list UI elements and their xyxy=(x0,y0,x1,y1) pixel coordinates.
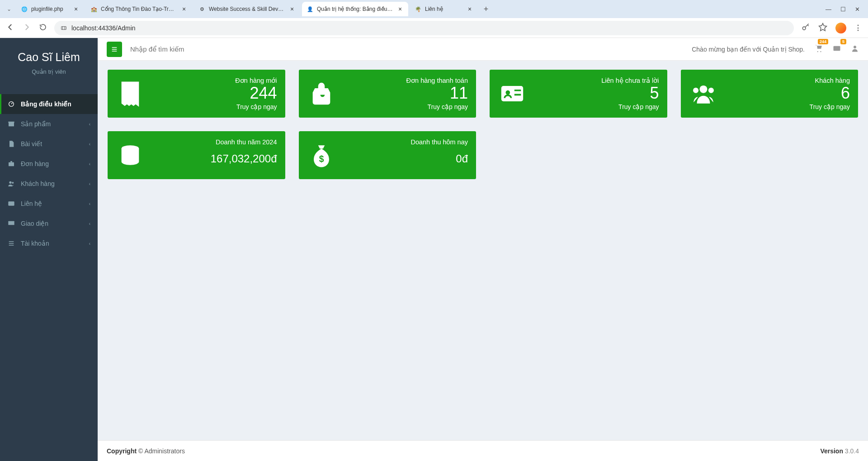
footer: Copyright © Administrators Version 3.0.4 xyxy=(98,440,868,461)
card-value: 244 xyxy=(151,85,277,101)
receipt-icon xyxy=(116,77,145,110)
svg-rect-8 xyxy=(8,201,14,205)
browser-tab[interactable]: 🏫 Cổng Thông Tin Đào Tạo-Trườ... × xyxy=(86,2,192,16)
tab-title: pluginfile.php xyxy=(31,6,69,12)
svg-point-14 xyxy=(699,86,707,93)
svg-rect-3 xyxy=(9,123,14,127)
sidebar-item-ui[interactable]: Giao diện ‹ xyxy=(0,214,98,233)
sidebar-item-customers[interactable]: Khách hàng ‹ xyxy=(0,174,98,194)
user-role: Quản trị viên xyxy=(5,68,93,75)
user-name: Cao Sĩ Liêm xyxy=(5,51,93,64)
chevron-left-icon: ‹ xyxy=(89,142,90,147)
sidebar-label: Liên hệ xyxy=(21,200,42,207)
svg-point-1 xyxy=(802,27,806,30)
contact-button[interactable]: 5 xyxy=(833,44,841,54)
browser-tab[interactable]: 🌴 Liên hệ × xyxy=(410,2,478,16)
sidebar-label: Đơn hàng xyxy=(21,160,49,167)
minimize-icon[interactable]: — xyxy=(826,6,831,13)
version-number: 3.0.4 xyxy=(843,447,859,455)
sidebar-label: Bảng điều khiển xyxy=(21,100,71,108)
card-title: Liên hệ chưa trả lời xyxy=(533,77,659,84)
forward-icon[interactable] xyxy=(23,23,31,33)
close-window-icon[interactable]: ✕ xyxy=(855,6,860,13)
back-icon[interactable] xyxy=(6,23,14,33)
star-icon[interactable] xyxy=(818,23,827,33)
briefcase-icon xyxy=(7,160,15,167)
sidebar-item-accounts[interactable]: Tài khoản ‹ xyxy=(0,233,98,253)
sidebar-item-contact[interactable]: Liên hệ ‹ xyxy=(0,194,98,214)
tab-close-icon[interactable]: × xyxy=(180,5,188,13)
version-label: Version xyxy=(820,447,843,455)
card-link[interactable]: Truy cập ngay xyxy=(342,103,468,110)
tab-title: Cổng Thông Tin Đào Tạo-Trườ... xyxy=(101,6,177,12)
copyright-label: Copyright xyxy=(107,447,137,455)
menu-toggle-button[interactable] xyxy=(107,42,122,57)
chevron-left-icon: ‹ xyxy=(89,122,90,127)
browser-tab[interactable]: ⚙ Website Success & Skill Develo... × xyxy=(194,2,300,16)
reload-icon[interactable] xyxy=(39,23,47,33)
tab-close-icon[interactable]: × xyxy=(288,5,296,13)
browser-tab-strip: ⌄ 🌐 pluginfile.php × 🏫 Cổng Thông Tin Đà… xyxy=(0,0,868,18)
svg-point-11 xyxy=(854,46,856,48)
copyright-owner: © Administrators xyxy=(137,447,185,455)
svg-rect-12 xyxy=(501,86,523,101)
chevron-left-icon: ‹ xyxy=(89,241,90,246)
card-value: 167,032,200đ xyxy=(151,153,277,164)
sidebar-label: Bài viết xyxy=(21,140,42,147)
svg-point-16 xyxy=(708,88,713,93)
tab-close-icon[interactable]: × xyxy=(466,5,473,13)
profile-avatar[interactable] xyxy=(835,23,846,33)
svg-point-6 xyxy=(9,181,11,184)
chevron-left-icon: ‹ xyxy=(89,201,90,206)
sidebar-label: Khách hàng xyxy=(21,180,55,187)
card-revenue-today[interactable]: $ Doanh thu hôm nay 0đ xyxy=(299,131,476,179)
sidebar-label: Sản phẩm xyxy=(21,120,51,128)
url-input[interactable]: localhost:44336/Admin xyxy=(54,21,794,35)
browser-tab-active[interactable]: 👤 Quản trị hệ thống: Bảng điều k... × xyxy=(302,2,408,16)
card-contacts[interactable]: Liên hệ chưa trả lời 5 Truy cập ngay xyxy=(490,70,667,118)
svg-point-15 xyxy=(693,88,698,93)
card-title: Doanh thu hôm nay xyxy=(342,138,468,146)
browser-tab[interactable]: 🌐 pluginfile.php × xyxy=(16,2,84,16)
card-link[interactable]: Truy cập ngay xyxy=(151,103,277,110)
tab-menu-button[interactable]: ⌄ xyxy=(4,4,14,14)
shop-icon xyxy=(307,77,336,110)
chevron-left-icon: ‹ xyxy=(89,221,90,226)
card-value: 5 xyxy=(533,85,659,101)
svg-rect-0 xyxy=(61,26,66,29)
sidebar-item-posts[interactable]: Bài viết ‹ xyxy=(0,134,98,154)
new-tab-button[interactable]: + xyxy=(480,3,492,15)
user-icon[interactable] xyxy=(851,44,859,54)
chevron-left-icon: ‹ xyxy=(89,181,90,186)
favicon-icon: 🏫 xyxy=(90,5,98,13)
list-icon xyxy=(7,240,15,247)
site-info-icon[interactable] xyxy=(61,25,67,31)
card-new-orders[interactable]: Đơn hàng mới 244 Truy cập ngay xyxy=(108,70,285,118)
tab-title: Website Success & Skill Develo... xyxy=(209,6,285,12)
sidebar-item-products[interactable]: Sản phẩm ‹ xyxy=(0,114,98,134)
cart-button[interactable]: 244 xyxy=(815,44,823,54)
card-value: 6 xyxy=(724,85,850,101)
file-icon xyxy=(7,140,15,147)
sidebar-item-dashboard[interactable]: Bảng điều khiển xyxy=(0,94,98,114)
favicon-icon: 👤 xyxy=(307,5,314,13)
dashboard-icon xyxy=(7,100,15,108)
url-text: localhost:44336/Admin xyxy=(71,24,136,32)
key-icon[interactable] xyxy=(801,23,810,33)
maximize-icon[interactable]: ☐ xyxy=(840,6,846,13)
card-revenue-year[interactable]: Doanh thu năm 2024 167,032,200đ xyxy=(108,131,285,179)
sidebar-item-orders[interactable]: Đơn hàng ‹ xyxy=(0,154,98,174)
card-link[interactable]: Truy cập ngay xyxy=(724,103,850,110)
svg-text:$: $ xyxy=(319,154,324,164)
cart-badge: 244 xyxy=(818,39,828,44)
svg-point-7 xyxy=(12,182,14,184)
card-paid-orders[interactable]: Đơn hàng thanh toán 11 Truy cập ngay xyxy=(299,70,476,118)
tab-close-icon[interactable]: × xyxy=(72,5,80,13)
card-link[interactable]: Truy cập ngay xyxy=(533,103,659,110)
tab-close-icon[interactable]: × xyxy=(396,5,404,13)
more-icon[interactable]: ⋮ xyxy=(854,24,862,32)
topbar: Chào mừng bạn đến với Quản trị Shop. 244… xyxy=(98,38,868,61)
card-customers[interactable]: Khách hàng 6 Truy cập ngay xyxy=(681,70,859,118)
svg-rect-9 xyxy=(8,221,14,225)
search-input[interactable] xyxy=(130,45,684,53)
